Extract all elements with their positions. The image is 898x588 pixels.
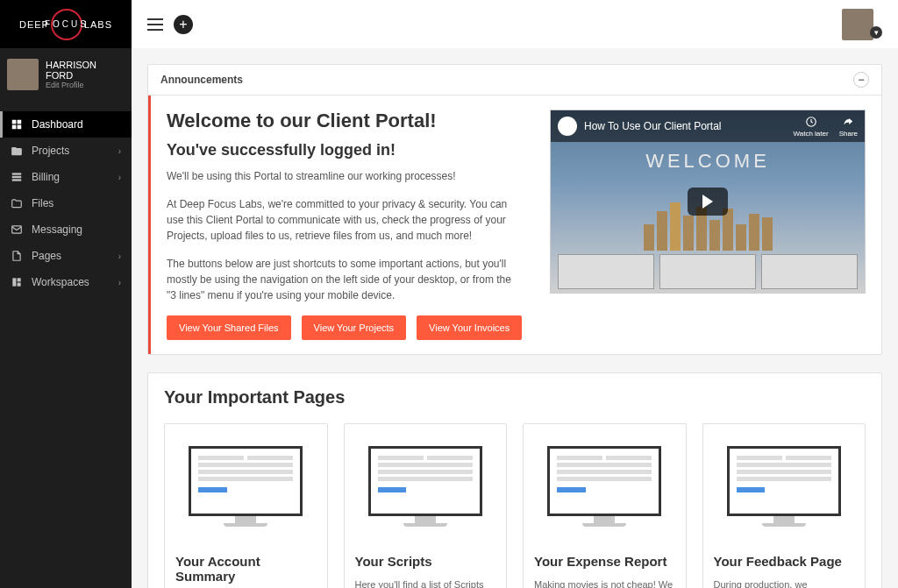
- card-title: Your Account Summary: [175, 554, 317, 584]
- watch-later-button[interactable]: Watch later: [793, 116, 828, 138]
- sidebar-item-label: Messaging: [32, 223, 82, 236]
- page-card[interactable]: Your Feedback PageDuring production, we …: [702, 423, 866, 588]
- svg-rect-5: [12, 176, 22, 178]
- card-title: Your Expense Report: [534, 554, 675, 569]
- workspaces-icon: [11, 276, 23, 288]
- svg-rect-1: [18, 120, 22, 124]
- card-thumbnail: [175, 438, 317, 535]
- page-card[interactable]: Your Account SummaryThis is where you'll…: [164, 423, 328, 588]
- user-name: HARRISON FORD: [46, 60, 125, 81]
- svg-rect-3: [18, 125, 22, 130]
- pages-icon: [11, 250, 23, 262]
- announcements-panel: Announcements − Welcome to our Client Po…: [147, 64, 882, 355]
- chevron-right-icon: ›: [118, 278, 121, 287]
- svg-rect-9: [18, 278, 21, 281]
- content: Announcements − Welcome to our Client Po…: [132, 48, 898, 588]
- important-pages-title: Your Important Pages: [148, 373, 881, 411]
- card-thumbnail: [534, 438, 675, 535]
- monitor-icon: [727, 446, 841, 527]
- card-title: Your Feedback Page: [714, 554, 855, 569]
- page-card[interactable]: Your ScriptsHere you'll find a list of S…: [344, 423, 508, 588]
- monitor-icon: [189, 446, 303, 527]
- announcements-header-label: Announcements: [160, 74, 243, 86]
- files-icon: [11, 197, 23, 209]
- avatar: [842, 9, 873, 40]
- intro-video[interactable]: How To Use Our Client Portal Watch later…: [550, 110, 866, 294]
- sidebar-item-label: Files: [32, 197, 53, 209]
- svg-rect-6: [12, 179, 22, 181]
- logo-emblem: FOCUS: [51, 9, 82, 40]
- sidebar-item-label: Workspaces: [32, 276, 89, 288]
- view-projects-button[interactable]: View Your Projects: [302, 315, 407, 340]
- chevron-right-icon: ›: [118, 251, 121, 261]
- monitor-icon: [547, 446, 661, 527]
- important-pages-cards: Your Account SummaryThis is where you'll…: [148, 411, 881, 588]
- user-block[interactable]: HARRISON FORD Edit Profile: [0, 48, 132, 101]
- sidebar-item-files[interactable]: Files: [0, 190, 132, 216]
- video-channel-icon: [558, 117, 577, 136]
- clock-icon: [805, 116, 817, 128]
- user-menu[interactable]: ▾: [842, 9, 882, 40]
- sidebar-item-messaging[interactable]: Messaging: [0, 216, 132, 243]
- welcome-title: Welcome to our Client Portal!: [167, 110, 524, 132]
- chevron-right-icon: ›: [118, 146, 121, 156]
- play-icon: [702, 195, 713, 209]
- sidebar-item-dashboard[interactable]: Dashboard: [0, 111, 132, 138]
- announcement-text: The buttons below are just shortcuts to …: [167, 256, 524, 303]
- svg-rect-2: [12, 125, 17, 130]
- important-pages-panel: Your Important Pages Your Account Summar…: [147, 372, 882, 588]
- add-button[interactable]: +: [174, 15, 193, 34]
- billing-icon: [11, 171, 23, 183]
- card-title: Your Scripts: [355, 554, 496, 569]
- announcement-text: We'll be using this Portal to streamline…: [167, 168, 524, 184]
- monitor-icon: [368, 446, 482, 527]
- card-description: Making movies is not cheap! We take care…: [534, 577, 675, 588]
- sidebar: DEEP FOCUS LABS HARRISON FORD Edit Profi…: [0, 0, 132, 588]
- svg-rect-8: [12, 278, 16, 286]
- welcome-subtitle: You've successfully logged in!: [167, 141, 524, 159]
- sidebar-item-label: Dashboard: [32, 118, 83, 131]
- play-button[interactable]: [688, 188, 728, 216]
- projects-icon: [11, 145, 23, 157]
- topbar: + ▾: [132, 0, 898, 48]
- view-shared-files-button[interactable]: View Your Shared Files: [167, 315, 291, 340]
- sidebar-item-projects[interactable]: Projects›: [0, 138, 132, 164]
- chevron-down-icon: ▾: [870, 26, 882, 39]
- sidebar-item-workspaces[interactable]: Workspaces›: [0, 269, 132, 295]
- svg-rect-4: [12, 173, 22, 174]
- messaging-icon: [11, 223, 23, 236]
- view-invoices-button[interactable]: View Your Invoices: [417, 315, 522, 340]
- video-banner: WELCOME: [551, 150, 865, 173]
- card-description: Here you'll find a list of Scripts that …: [355, 577, 496, 588]
- main: + ▾ Announcements − Welcome to our Clien…: [132, 0, 898, 588]
- sidebar-item-billing[interactable]: Billing›: [0, 164, 132, 190]
- dashboard-icon: [11, 118, 23, 131]
- card-thumbnail: [355, 438, 496, 535]
- sidebar-item-label: Billing: [32, 171, 60, 183]
- sidebar-item-label: Projects: [32, 145, 69, 157]
- logo: DEEP FOCUS LABS: [0, 0, 132, 48]
- menu-toggle-button[interactable]: [147, 18, 163, 31]
- card-thumbnail: [714, 438, 855, 535]
- card-description: During production, we encourage our acto…: [714, 577, 855, 588]
- nav: DashboardProjects›Billing›FilesMessaging…: [0, 111, 132, 295]
- announcement-text: At Deep Focus Labs, we're committed to y…: [167, 196, 524, 244]
- sidebar-item-pages[interactable]: Pages›: [0, 243, 132, 269]
- page-card[interactable]: Your Expense ReportMaking movies is not …: [523, 423, 687, 588]
- share-icon: [842, 116, 854, 128]
- collapse-button[interactable]: −: [853, 72, 869, 88]
- chevron-right-icon: ›: [118, 173, 121, 182]
- edit-profile-link[interactable]: Edit Profile: [46, 81, 125, 89]
- video-title: How To Use Our Client Portal: [584, 120, 786, 132]
- sidebar-item-label: Pages: [32, 250, 61, 262]
- announcements-header: Announcements −: [148, 65, 881, 96]
- svg-rect-10: [18, 283, 21, 287]
- user-avatar: [7, 59, 39, 90]
- share-button[interactable]: Share: [839, 116, 858, 138]
- svg-rect-0: [12, 120, 17, 124]
